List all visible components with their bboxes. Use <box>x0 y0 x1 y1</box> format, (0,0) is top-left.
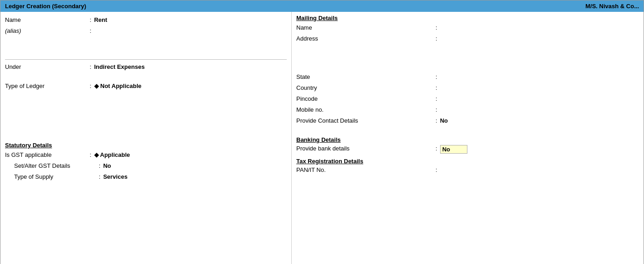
mailing-address-colon: : <box>436 35 437 42</box>
divider-top <box>5 59 287 60</box>
under-value[interactable]: Indirect Expenses <box>94 63 145 70</box>
is-gst-row: Is GST applicable : ◆ Applicable <box>5 151 287 160</box>
is-gst-value[interactable]: ◆ Applicable <box>94 151 130 158</box>
provide-bank-value[interactable]: No <box>440 145 467 154</box>
pan-colon: : <box>436 166 437 173</box>
is-gst-label: Is GST applicable <box>5 151 87 158</box>
state-colon: : <box>436 73 437 80</box>
right-panel: Mailing Details Name : Address : State : <box>292 12 644 264</box>
content-area: Name : Rent (alias) : Under : Indirect E… <box>0 12 644 264</box>
pincode-colon: : <box>436 95 437 102</box>
state-label: State <box>296 73 433 80</box>
mailing-section-title: Mailing Details <box>296 15 639 21</box>
type-ledger-value[interactable]: ◆ Not Applicable <box>94 83 142 89</box>
pincode-row: Pincode : <box>296 95 639 104</box>
title-right: M/S. Nivash & Co... <box>585 3 639 10</box>
title-left: Ledger Creation (Secondary) <box>5 3 86 10</box>
mailing-name-label: Name <box>296 24 433 31</box>
mailing-address-row: Address : <box>296 35 639 44</box>
name-value[interactable]: Rent <box>94 16 107 23</box>
state-row: State : <box>296 73 639 83</box>
title-bar: Ledger Creation (Secondary) M/S. Nivash … <box>0 0 644 12</box>
type-ledger-label: Type of Ledger <box>5 83 87 89</box>
mobile-colon: : <box>436 106 437 113</box>
name-colon: : <box>90 16 91 23</box>
type-supply-label: Type of Supply <box>14 173 96 180</box>
pincode-label: Pincode <box>296 95 433 102</box>
banking-section-title: Banking Details <box>296 136 639 143</box>
set-alter-gst-value[interactable]: No <box>103 162 111 169</box>
provide-bank-colon: : <box>436 145 437 152</box>
provide-bank-row: Provide bank details : No <box>296 145 639 154</box>
country-label: Country <box>296 84 433 91</box>
name-label: Name <box>5 16 87 23</box>
alias-label: (alias) <box>5 27 87 34</box>
country-row: Country : <box>296 84 639 93</box>
set-alter-gst-colon: : <box>99 162 101 169</box>
provide-contact-label: Provide Contact Details <box>296 117 433 124</box>
pan-label: PAN/IT No. <box>296 166 433 173</box>
pan-row: PAN/IT No. : <box>296 166 639 176</box>
type-ledger-row: Type of Ledger : ◆ Not Applicable <box>5 83 287 92</box>
under-row: Under : Indirect Expenses <box>5 63 287 72</box>
mailing-name-colon: : <box>436 24 437 31</box>
mailing-name-row: Name : <box>296 24 639 33</box>
statutory-section-label: Statutory Details <box>5 142 287 149</box>
tax-section-title: Tax Registration Details <box>296 158 639 165</box>
mobile-row: Mobile no. : <box>296 106 639 115</box>
provide-contact-colon: : <box>436 117 437 124</box>
type-supply-row: Type of Supply : Services <box>14 173 287 182</box>
type-supply-value[interactable]: Services <box>103 173 128 180</box>
provide-bank-label: Provide bank details <box>296 145 433 152</box>
set-alter-gst-label: Set/Alter GST Details <box>14 162 96 169</box>
provide-contact-value[interactable]: No <box>440 117 448 124</box>
mailing-address-label: Address <box>296 35 433 42</box>
left-panel: Name : Rent (alias) : Under : Indirect E… <box>0 12 292 264</box>
is-gst-colon: : <box>90 151 91 158</box>
type-supply-colon: : <box>99 173 101 180</box>
under-colon: : <box>90 63 91 70</box>
mobile-label: Mobile no. <box>296 106 433 113</box>
alias-colon: : <box>90 27 91 34</box>
country-colon: : <box>436 84 437 91</box>
name-row: Name : Rent <box>5 16 287 26</box>
type-ledger-colon: : <box>90 83 91 89</box>
alias-row: (alias) : <box>5 27 287 36</box>
provide-contact-row: Provide Contact Details : No <box>296 117 639 126</box>
under-label: Under <box>5 63 87 70</box>
window: Ledger Creation (Secondary) M/S. Nivash … <box>0 0 644 264</box>
set-alter-gst-row: Set/Alter GST Details : No <box>14 162 287 171</box>
